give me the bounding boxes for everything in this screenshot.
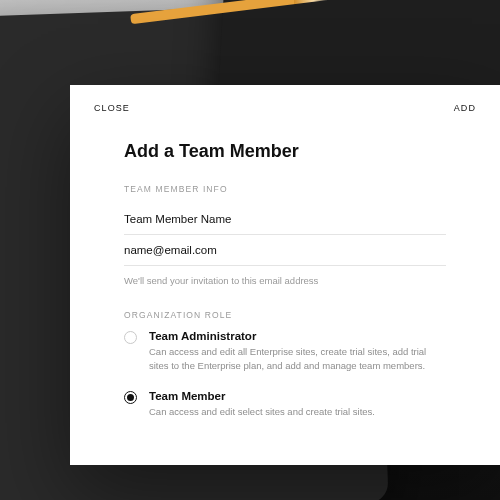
role-text: Team Administrator Can access and edit a… xyxy=(149,330,446,374)
section-label-role: ORGANIZATION ROLE xyxy=(124,310,446,320)
email-field-wrapper xyxy=(124,235,446,266)
close-button[interactable]: CLOSE xyxy=(94,103,130,113)
email-helper-text: We'll send your invitation to this email… xyxy=(124,275,446,286)
email-input[interactable] xyxy=(124,244,446,256)
radio-icon xyxy=(124,331,137,344)
modal-header: CLOSE ADD xyxy=(70,103,500,113)
section-label-info: TEAM MEMBER INFO xyxy=(124,184,446,194)
modal-title: Add a Team Member xyxy=(124,141,446,162)
role-text: Team Member Can access and edit select s… xyxy=(149,390,446,419)
role-description: Can access and edit select sites and cre… xyxy=(149,405,446,419)
role-title: Team Member xyxy=(149,390,446,402)
role-description: Can access and edit all Enterprise sites… xyxy=(149,345,446,374)
name-field-wrapper xyxy=(124,204,446,235)
role-option-member[interactable]: Team Member Can access and edit select s… xyxy=(124,390,446,419)
role-option-admin[interactable]: Team Administrator Can access and edit a… xyxy=(124,330,446,374)
role-title: Team Administrator xyxy=(149,330,446,342)
name-input[interactable] xyxy=(124,213,446,225)
modal-content: Add a Team Member TEAM MEMBER INFO We'll… xyxy=(70,141,500,419)
add-team-member-modal: CLOSE ADD Add a Team Member TEAM MEMBER … xyxy=(70,85,500,465)
add-button[interactable]: ADD xyxy=(454,103,476,113)
radio-icon xyxy=(124,391,137,404)
